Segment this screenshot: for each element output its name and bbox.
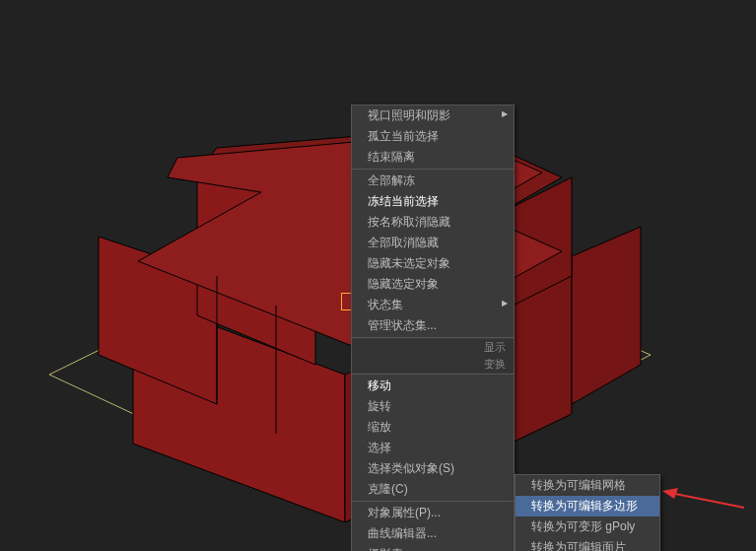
menu-hide-selection[interactable]: 隐藏选定对象	[352, 274, 514, 295]
context-menu: 视口照明和阴影 孤立当前选择 结束隔离 全部解冻 冻结当前选择 按名称取消隐藏 …	[351, 104, 515, 551]
menu-clone[interactable]: 克隆(C)	[352, 479, 514, 500]
separator	[352, 501, 514, 502]
submenu-editable-patch[interactable]: 转换为可编辑面片	[515, 537, 659, 551]
menu-curve-editor[interactable]: 曲线编辑器...	[352, 523, 514, 544]
menu-viewport-lighting[interactable]: 视口照明和阴影	[352, 105, 514, 126]
menu-rotate[interactable]: 旋转	[352, 396, 514, 417]
menu-select-similar[interactable]: 选择类似对象(S)	[352, 458, 514, 479]
separator	[352, 374, 514, 375]
menu-scale[interactable]: 缩放	[352, 417, 514, 438]
menu-move[interactable]: 移动	[352, 376, 514, 396]
menu-state-sets[interactable]: 状态集	[352, 295, 514, 315]
convert-to-submenu: 转换为可编辑网格 转换为可编辑多边形 转换为可变形 gPoly 转换为可编辑面片	[515, 474, 660, 551]
separator	[352, 169, 514, 170]
viewport[interactable]: 视口照明和阴影 孤立当前选择 结束隔离 全部解冻 冻结当前选择 按名称取消隐藏 …	[0, 0, 756, 551]
menu-object-properties[interactable]: 对象属性(P)...	[352, 503, 514, 523]
menu-end-isolate[interactable]: 结束隔离	[352, 147, 514, 168]
submenu-editable-poly[interactable]: 转换为可编辑多边形	[515, 496, 659, 517]
menu-unhide-all[interactable]: 全部取消隐藏	[352, 233, 514, 253]
menu-freeze-selection[interactable]: 冻结当前选择	[352, 191, 514, 212]
submenu-editable-mesh[interactable]: 转换为可编辑网格	[515, 475, 659, 496]
menu-unhide-by-name[interactable]: 按名称取消隐藏	[352, 212, 514, 233]
separator	[352, 337, 514, 338]
svg-line-13	[670, 493, 744, 508]
menu-unfreeze-all[interactable]: 全部解冻	[352, 171, 514, 191]
menu-hide-unselected[interactable]: 隐藏未选定对象	[352, 253, 514, 274]
submenu-deformable-gpoly[interactable]: 转换为可变形 gPoly	[515, 517, 659, 537]
menu-select[interactable]: 选择	[352, 438, 514, 458]
svg-marker-6	[572, 227, 641, 404]
menu-section-display: 显示	[352, 339, 514, 356]
menu-section-transform: 变换	[352, 356, 514, 373]
menu-manage-state-sets[interactable]: 管理状态集...	[352, 315, 514, 336]
menu-dope-sheet[interactable]: 摄影表...	[352, 544, 514, 551]
menu-isolate-selection[interactable]: 孤立当前选择	[352, 126, 514, 147]
